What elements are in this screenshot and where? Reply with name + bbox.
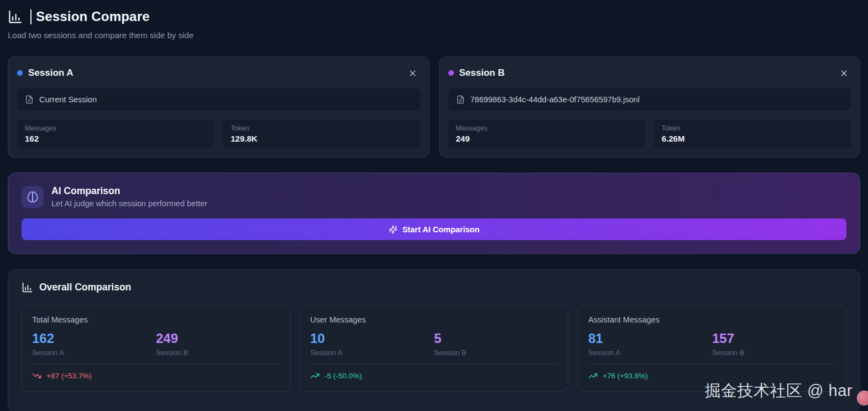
session-b-column: 249 Session B	[156, 331, 280, 357]
session-b-column: 5 Session B	[434, 331, 558, 357]
session-b-stats: Messages 249 Token 6.26M	[448, 119, 851, 149]
session-a-close-button[interactable]	[406, 66, 420, 80]
session-b-token-stat: Token 6.26M	[654, 119, 851, 149]
session-cards-row: Session A Current Session Messages 162 T…	[8, 56, 860, 158]
start-ai-comparison-button[interactable]: Start AI Comparison	[22, 218, 846, 240]
session-b-label: Session B	[434, 348, 558, 357]
ai-comparison-header: AI Comparison Let AI judge which session…	[22, 185, 846, 208]
overall-stats-grid: Total Messages 162 Session A 249 Session…	[22, 305, 846, 392]
stat-values: 10 Session A 5 Session B	[310, 331, 558, 357]
ai-comparison-text: AI Comparison Let AI judge which session…	[51, 185, 207, 208]
session-a-file-selector[interactable]: Current Session	[17, 89, 420, 111]
trend-text: +87 (+53.7%)	[46, 372, 92, 380]
ai-comparison-card: AI Comparison Let AI judge which session…	[8, 173, 860, 254]
session-compare-page: Session Compare Load two sessions and co…	[0, 0, 868, 411]
token-label: Token	[662, 124, 843, 132]
stat-card-title: Total Messages	[32, 315, 280, 324]
overall-comparison-card: Overall Comparison Total Messages 162 Se…	[8, 269, 860, 411]
session-a-column: 10 Session A	[310, 331, 434, 357]
trend-text: +76 (+93.8%)	[603, 372, 648, 380]
trend-indicator: +76 (+93.8%)	[588, 371, 836, 381]
divider	[32, 364, 280, 365]
messages-value: 249	[456, 134, 637, 143]
session-a-file-name: Current Session	[39, 95, 97, 104]
stat-values: 81 Session A 157 Session B	[588, 331, 836, 357]
session-b-file-name: 78699863-3d4c-44dd-a63e-0f75656597b9.jso…	[470, 95, 640, 104]
trend-indicator: +87 (+53.7%)	[32, 371, 280, 381]
page-header: Session Compare	[8, 9, 860, 24]
file-text-icon	[25, 95, 34, 104]
start-ai-comparison-label: Start AI Comparison	[402, 225, 480, 234]
session-a-token-stat: Token 129.8K	[223, 119, 420, 149]
divider	[588, 364, 836, 365]
user-messages-card: User Messages 10 Session A 5 Session B -…	[300, 305, 568, 392]
trend-indicator: -5 (-50.0%)	[310, 371, 558, 381]
bar-chart-icon	[8, 9, 23, 24]
ai-comparison-title: AI Comparison	[51, 185, 207, 197]
close-icon	[409, 69, 417, 77]
text-cursor	[30, 9, 32, 24]
assistant-messages-card: Assistant Messages 81 Session A 157 Sess…	[578, 305, 846, 392]
session-b-file-selector[interactable]: 78699863-3d4c-44dd-a63e-0f75656597b9.jso…	[448, 89, 851, 111]
total-messages-card: Total Messages 162 Session A 249 Session…	[22, 305, 290, 392]
watermark-badge-icon	[857, 391, 868, 405]
session-a-value: 162	[32, 331, 156, 346]
token-value: 6.26M	[662, 134, 843, 143]
session-b-value: 249	[156, 331, 280, 346]
file-text-icon	[456, 95, 465, 104]
session-b-value: 5	[434, 331, 558, 346]
token-label: Token	[231, 124, 412, 132]
session-a-column: 81 Session A	[588, 331, 712, 357]
divider	[310, 364, 558, 365]
bar-chart-icon	[22, 282, 33, 293]
session-a-card: Session A Current Session Messages 162 T…	[8, 56, 430, 158]
page-subtitle: Load two sessions and compare them side …	[8, 30, 860, 40]
session-a-label: Session A	[310, 348, 434, 357]
session-b-label: Session B	[156, 348, 280, 357]
session-b-close-button[interactable]	[836, 66, 851, 80]
session-b-title: Session B	[459, 67, 505, 79]
brain-icon	[27, 191, 39, 203]
sparkles-icon	[389, 225, 398, 234]
close-icon	[840, 69, 848, 77]
session-a-header: Session A	[17, 66, 420, 80]
brain-icon-badge	[22, 186, 44, 208]
session-b-column: 157 Session B	[712, 331, 836, 357]
token-value: 129.8K	[231, 134, 412, 143]
session-b-card: Session B 78699863-3d4c-44dd-a63e-0f7565…	[439, 56, 861, 158]
trend-text: -5 (-50.0%)	[325, 372, 362, 380]
trending-up-icon	[588, 371, 598, 381]
session-a-stats: Messages 162 Token 129.8K	[17, 119, 420, 149]
session-a-title: Session A	[28, 67, 74, 79]
stat-values: 162 Session A 249 Session B	[32, 331, 280, 357]
ai-comparison-subtitle: Let AI judge which session performed bet…	[51, 199, 207, 208]
trending-down-icon	[32, 371, 41, 381]
session-a-column: 162 Session A	[32, 331, 156, 357]
stat-card-title: User Messages	[310, 315, 558, 324]
session-b-dot	[448, 70, 454, 76]
session-b-header: Session B	[448, 66, 851, 80]
session-a-label: Session A	[588, 348, 712, 357]
overall-comparison-header: Overall Comparison	[22, 282, 846, 293]
overall-comparison-title: Overall Comparison	[39, 282, 131, 293]
messages-label: Messages	[25, 124, 206, 132]
session-b-label: Session B	[712, 348, 836, 357]
session-b-messages-stat: Messages 249	[448, 119, 645, 149]
messages-label: Messages	[456, 124, 637, 132]
page-title: Session Compare	[36, 9, 150, 24]
session-a-value: 10	[310, 331, 434, 346]
session-a-messages-stat: Messages 162	[17, 119, 214, 149]
session-a-value: 81	[588, 331, 712, 346]
messages-value: 162	[25, 134, 206, 143]
trending-up-icon	[310, 371, 320, 381]
stat-card-title: Assistant Messages	[588, 315, 836, 324]
session-a-label: Session A	[32, 348, 156, 357]
session-b-value: 157	[712, 331, 836, 346]
session-a-dot	[17, 70, 23, 76]
